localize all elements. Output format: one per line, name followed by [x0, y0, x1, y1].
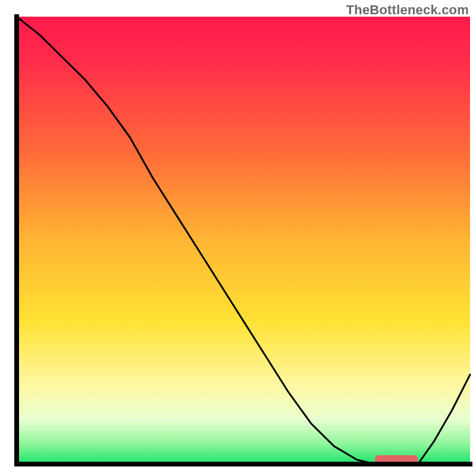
watermark-text: TheBottleneck.com: [346, 2, 469, 18]
bottleneck-chart: [0, 0, 476, 476]
plot-area: [17, 17, 470, 464]
